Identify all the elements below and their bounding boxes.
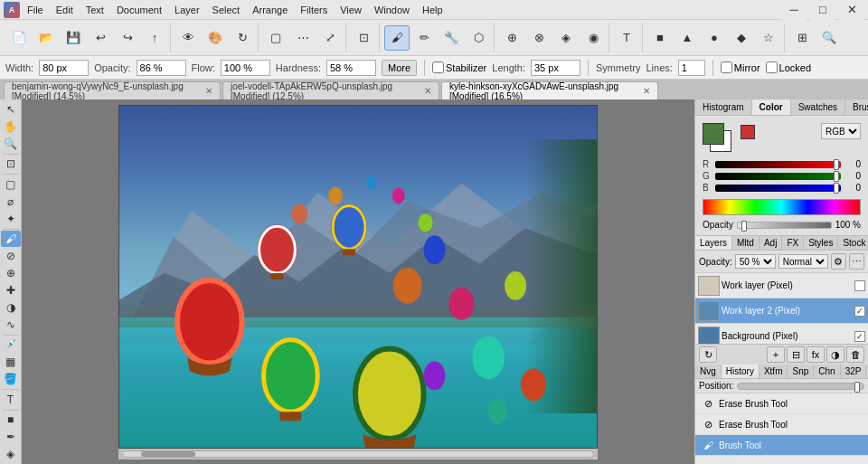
mirror-check[interactable]: [721, 62, 732, 73]
tool-hand[interactable]: ✋: [1, 118, 21, 135]
toolbar-shape2-btn[interactable]: ▲: [675, 25, 700, 51]
toolbar-share-btn[interactable]: ↑: [142, 25, 167, 51]
toolbar-redo-btn[interactable]: ↪: [115, 25, 140, 51]
layer-item-2[interactable]: Background (Pixel) ✓: [695, 324, 868, 344]
tool-selection-lasso[interactable]: ⌀: [1, 194, 21, 210]
tool-clone[interactable]: ⊕: [1, 265, 21, 281]
tool-zoom[interactable]: 🔍: [1, 136, 21, 152]
tool-shape[interactable]: ■: [1, 412, 21, 428]
toolbar-text-btn[interactable]: T: [614, 25, 639, 51]
mirror-checkbox[interactable]: Mirror: [721, 62, 760, 73]
menu-text[interactable]: Text: [80, 3, 109, 17]
opacity-thumb[interactable]: [741, 221, 747, 232]
toolbar-select-btn[interactable]: ▢: [263, 25, 288, 51]
toolbar-shape-btn[interactable]: ■: [647, 25, 673, 51]
toolbar-lasso-btn[interactable]: ⋯: [290, 25, 316, 51]
toolbar-retouch2-btn[interactable]: ⊗: [526, 25, 552, 51]
history-tab-32p[interactable]: 32P: [841, 365, 867, 378]
tab-1-close[interactable]: ✕: [424, 86, 431, 96]
brush-item-2[interactable]: 🖌 Brush Tool: [695, 435, 868, 456]
tool-eraser[interactable]: ⊘: [1, 248, 21, 264]
layer-mask-btn[interactable]: ⊟: [787, 346, 805, 363]
toolbar-new-btn[interactable]: 📄: [6, 25, 32, 51]
foreground-color-swatch[interactable]: [703, 123, 724, 145]
tab-2[interactable]: kyle-hinkson-xyXcGADvAwE-unsplash.jpg [M…: [441, 81, 658, 99]
b-slider-thumb[interactable]: [834, 183, 839, 194]
tab-brushes[interactable]: Brushes: [845, 99, 868, 115]
toolbar-brush-btn[interactable]: 🖌: [384, 25, 410, 51]
layers-tab-styles[interactable]: Styles: [804, 236, 838, 250]
tool-fill[interactable]: 🪣: [1, 371, 21, 387]
layers-tab-mltd[interactable]: Mltd: [732, 236, 760, 250]
red-swatch[interactable]: [741, 125, 755, 139]
color-mode-select[interactable]: RGB: [821, 123, 861, 139]
layer-add-btn[interactable]: +: [767, 346, 785, 363]
menu-arrange[interactable]: Arrange: [247, 3, 293, 17]
r-slider-thumb[interactable]: [834, 159, 839, 170]
tool-dodge-burn[interactable]: ◑: [1, 299, 21, 316]
lines-input[interactable]: [678, 60, 705, 76]
layer-rotate-btn[interactable]: ↻: [699, 346, 717, 363]
tool-text[interactable]: T: [1, 392, 21, 408]
toolbar-tool7-btn[interactable]: 🔍: [816, 25, 842, 51]
history-tab-snp[interactable]: Snp: [788, 365, 814, 378]
tab-color[interactable]: Color: [752, 99, 791, 115]
toolbar-paint2-btn[interactable]: ✏: [411, 25, 437, 51]
locked-check[interactable]: [766, 62, 778, 73]
tool-gradient[interactable]: ▦: [1, 354, 21, 370]
b-slider[interactable]: [715, 185, 841, 192]
toolbar-retouch3-btn[interactable]: ◈: [553, 25, 579, 51]
hardness-input[interactable]: [326, 60, 376, 76]
canvas-area[interactable]: [22, 99, 694, 464]
locked-checkbox[interactable]: Locked: [766, 62, 811, 73]
color-gradient-bar[interactable]: [703, 199, 861, 215]
more-button[interactable]: More: [382, 60, 417, 76]
layer-adjust-btn[interactable]: ◑: [826, 346, 844, 363]
toolbar-color-btn[interactable]: 🎨: [203, 25, 228, 51]
layer-item-1[interactable]: Work layer 2 (Pixel) ✓: [695, 298, 868, 324]
toolbar-paint3-btn[interactable]: 🔧: [439, 25, 464, 51]
opacity-slider[interactable]: [737, 222, 832, 229]
layer-2-checkbox[interactable]: ✓: [854, 331, 865, 342]
layer-item-0[interactable]: Work layer (Pixel): [695, 273, 868, 298]
menu-select[interactable]: Select: [207, 3, 246, 17]
toolbar-shape5-btn[interactable]: ☆: [756, 25, 781, 51]
scroll-thumb[interactable]: [141, 451, 195, 457]
tool-cursor[interactable]: ↖: [1, 101, 21, 118]
tab-2-close[interactable]: ✕: [643, 86, 650, 96]
tool-node[interactable]: ◈: [1, 446, 21, 462]
layers-more-btn[interactable]: ⋯: [849, 253, 864, 270]
menu-window[interactable]: Window: [369, 3, 415, 17]
layers-tab-stock[interactable]: Stock: [838, 236, 868, 250]
toolbar-retouch4-btn[interactable]: ◉: [580, 25, 606, 51]
toolbar-save-btn[interactable]: 💾: [61, 25, 86, 51]
canvas-scrollbar[interactable]: [118, 449, 598, 459]
tool-smudge[interactable]: ∿: [1, 317, 21, 333]
color-swatches[interactable]: [703, 123, 735, 156]
toolbar-shape4-btn[interactable]: ◆: [729, 25, 754, 51]
history-tab-history[interactable]: History: [722, 365, 760, 378]
opacity-input[interactable]: [137, 60, 186, 76]
layers-tab-adj[interactable]: Adj: [760, 236, 782, 250]
brush-item-1[interactable]: ⊘ Erase Brush Tool: [695, 414, 868, 435]
layers-settings-btn[interactable]: ⚙: [831, 253, 846, 270]
toolbar-paint4-btn[interactable]: ⬡: [466, 25, 491, 51]
width-input[interactable]: [39, 60, 89, 76]
tab-swatches[interactable]: Swatches: [791, 99, 845, 115]
tab-0[interactable]: benjamin-wong-qVywyNc9_E-unsplash.jpg [M…: [4, 81, 221, 99]
window-maximize-btn[interactable]: □: [810, 0, 835, 23]
menu-help[interactable]: Help: [417, 3, 448, 17]
layer-1-checkbox[interactable]: ✓: [854, 306, 865, 317]
menu-layer[interactable]: Layer: [169, 3, 205, 17]
tab-histogram[interactable]: Histogram: [695, 99, 752, 115]
tool-magic-wand[interactable]: ✦: [1, 211, 21, 227]
position-thumb[interactable]: [854, 382, 860, 393]
toolbar-retouch-btn[interactable]: ⊕: [499, 25, 524, 51]
position-slider[interactable]: [737, 383, 864, 390]
g-slider-thumb[interactable]: [834, 171, 839, 182]
tab-0-close[interactable]: ✕: [205, 86, 212, 96]
history-tab-chn[interactable]: Chn: [814, 365, 840, 378]
length-input[interactable]: [531, 60, 580, 76]
menu-file[interactable]: File: [22, 3, 49, 17]
layers-tab-fx[interactable]: FX: [782, 236, 804, 250]
